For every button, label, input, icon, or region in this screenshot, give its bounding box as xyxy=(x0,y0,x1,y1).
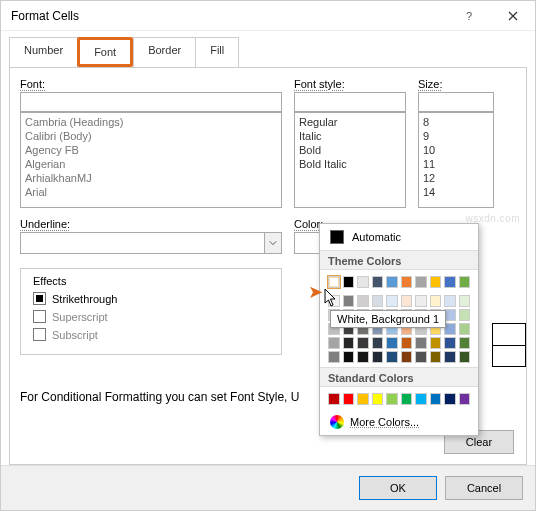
subscript-checkbox[interactable] xyxy=(33,328,46,341)
color-swatch[interactable] xyxy=(328,393,340,405)
fontstyle-option[interactable]: Italic xyxy=(297,129,403,143)
color-swatch[interactable] xyxy=(459,337,471,349)
color-swatch[interactable] xyxy=(357,276,369,288)
size-option[interactable]: 9 xyxy=(421,129,491,143)
standard-colors-grid xyxy=(320,387,478,409)
color-swatch[interactable] xyxy=(386,337,398,349)
automatic-label: Automatic xyxy=(352,231,401,243)
font-option[interactable]: ArhialkhanMJ xyxy=(23,171,279,185)
underline-label: Underline: xyxy=(20,218,282,230)
tab-border[interactable]: Border xyxy=(133,37,196,67)
color-swatch[interactable] xyxy=(459,295,471,307)
font-listbox[interactable]: Cambria (Headings) Calibri (Body) Agency… xyxy=(20,112,282,208)
size-option[interactable]: 14 xyxy=(421,185,491,199)
underline-value[interactable] xyxy=(20,232,264,254)
color-swatch[interactable] xyxy=(459,393,471,405)
font-option[interactable]: Arial xyxy=(23,185,279,199)
font-option[interactable]: Agency FB xyxy=(23,143,279,157)
ok-button[interactable]: OK xyxy=(359,476,437,500)
color-swatch[interactable] xyxy=(372,351,384,363)
color-swatch[interactable] xyxy=(444,276,456,288)
color-swatch[interactable] xyxy=(343,276,355,288)
fontstyle-option[interactable]: Bold xyxy=(297,143,403,157)
font-label: Font: xyxy=(20,78,282,90)
color-swatch[interactable] xyxy=(357,337,369,349)
color-swatch[interactable] xyxy=(444,351,456,363)
color-swatch[interactable] xyxy=(401,393,413,405)
color-swatch[interactable] xyxy=(328,351,340,363)
theme-colors-header: Theme Colors xyxy=(320,250,478,270)
color-swatch[interactable] xyxy=(372,337,384,349)
color-swatch[interactable] xyxy=(357,295,369,307)
color-swatch[interactable] xyxy=(328,337,340,349)
more-colors-row[interactable]: More Colors... xyxy=(320,409,478,431)
fontstyle-option[interactable]: Bold Italic xyxy=(297,157,403,171)
titlebar: Format Cells ? xyxy=(1,1,535,31)
color-swatch[interactable] xyxy=(444,337,456,349)
color-swatch[interactable] xyxy=(430,393,442,405)
underline-combo[interactable] xyxy=(20,232,282,254)
color-swatch[interactable] xyxy=(401,295,413,307)
color-swatch[interactable] xyxy=(430,295,442,307)
color-swatch[interactable] xyxy=(401,351,413,363)
color-swatch[interactable] xyxy=(430,337,442,349)
color-swatch[interactable] xyxy=(343,295,355,307)
close-button[interactable] xyxy=(491,1,535,31)
color-swatch[interactable] xyxy=(401,337,413,349)
color-swatch[interactable] xyxy=(444,295,456,307)
color-swatch[interactable] xyxy=(386,276,398,288)
color-swatch[interactable] xyxy=(386,393,398,405)
tab-fill[interactable]: Fill xyxy=(195,37,239,67)
fontstyle-option[interactable]: Regular xyxy=(297,115,403,129)
tab-font[interactable]: Font xyxy=(77,37,133,67)
superscript-row[interactable]: Superscript xyxy=(33,310,273,323)
color-swatch[interactable] xyxy=(459,276,471,288)
fontstyle-listbox[interactable]: Regular Italic Bold Bold Italic xyxy=(294,112,406,208)
tab-number[interactable]: Number xyxy=(9,37,78,67)
color-swatch[interactable] xyxy=(386,351,398,363)
color-swatch[interactable] xyxy=(343,351,355,363)
effects-label: Effects xyxy=(29,275,70,287)
color-swatch[interactable] xyxy=(415,276,427,288)
color-swatch[interactable] xyxy=(459,309,471,321)
strikethrough-row[interactable]: Strikethrough xyxy=(33,292,273,305)
color-swatch[interactable] xyxy=(444,393,456,405)
underline-dropdown-button[interactable] xyxy=(264,232,282,254)
strikethrough-checkbox[interactable] xyxy=(33,292,46,305)
color-swatch[interactable] xyxy=(372,276,384,288)
size-option[interactable]: 10 xyxy=(421,143,491,157)
font-option[interactable]: Calibri (Body) xyxy=(23,129,279,143)
color-swatch[interactable] xyxy=(415,393,427,405)
subscript-row[interactable]: Subscript xyxy=(33,328,273,341)
color-swatch[interactable] xyxy=(415,351,427,363)
color-swatch[interactable] xyxy=(343,337,355,349)
subscript-label: Subscript xyxy=(52,329,98,341)
font-input[interactable] xyxy=(20,92,282,112)
size-input[interactable] xyxy=(418,92,494,112)
color-swatch[interactable] xyxy=(372,393,384,405)
superscript-checkbox[interactable] xyxy=(33,310,46,323)
size-listbox[interactable]: 8 9 10 11 12 14 xyxy=(418,112,494,208)
color-swatch[interactable] xyxy=(459,323,471,335)
size-option[interactable]: 12 xyxy=(421,171,491,185)
cancel-button[interactable]: Cancel xyxy=(445,476,523,500)
color-automatic-row[interactable]: Automatic xyxy=(320,224,478,250)
color-swatch[interactable] xyxy=(357,393,369,405)
color-swatch[interactable] xyxy=(430,351,442,363)
color-swatch[interactable] xyxy=(415,295,427,307)
color-swatch[interactable] xyxy=(415,337,427,349)
color-swatch[interactable] xyxy=(357,351,369,363)
color-swatch[interactable] xyxy=(430,276,442,288)
font-option[interactable]: Cambria (Headings) xyxy=(23,115,279,129)
color-swatch[interactable] xyxy=(401,276,413,288)
color-swatch[interactable] xyxy=(343,393,355,405)
size-option[interactable]: 11 xyxy=(421,157,491,171)
color-swatch[interactable] xyxy=(386,295,398,307)
fontstyle-input[interactable] xyxy=(294,92,406,112)
color-swatch[interactable] xyxy=(372,295,384,307)
font-option[interactable]: Algerian xyxy=(23,157,279,171)
size-option[interactable]: 8 xyxy=(421,115,491,129)
help-button[interactable]: ? xyxy=(447,1,491,31)
color-swatch[interactable] xyxy=(459,351,471,363)
color-swatch[interactable] xyxy=(328,276,340,288)
